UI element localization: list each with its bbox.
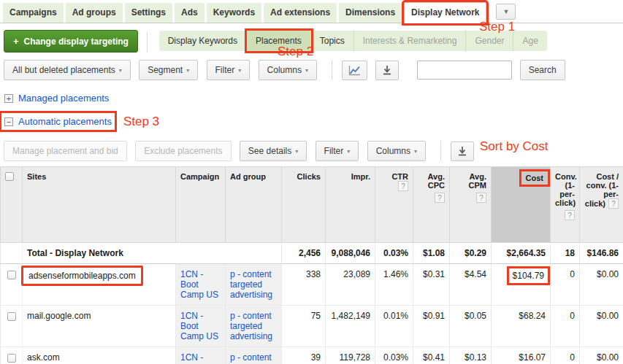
total-avg-cpm: $0.29 bbox=[450, 243, 492, 264]
row-checkbox[interactable] bbox=[7, 312, 16, 321]
segment-dropdown[interactable]: Segment▾ bbox=[139, 60, 198, 80]
ad-group-link[interactable]: p - content targeted advertising bbox=[226, 347, 282, 364]
table-header-row: Sites Campaign Ad group Clicks Impr. CTR… bbox=[1, 167, 623, 243]
tab-ad-groups[interactable]: Ad groups bbox=[66, 3, 123, 23]
chevron-down-icon: ▾ bbox=[305, 67, 308, 74]
col-header-sites[interactable]: Sites bbox=[23, 167, 176, 243]
campaign-link[interactable]: 1CN - Boot Camp US bbox=[176, 264, 226, 306]
total-cost-conv: $146.86 bbox=[580, 243, 623, 264]
cell-cost-conv: $0.00 bbox=[580, 264, 623, 306]
cell-avg-cpm: $0.13 bbox=[450, 347, 492, 364]
col-header-ctr[interactable]: CTR? bbox=[375, 167, 413, 243]
download-button[interactable] bbox=[375, 61, 399, 80]
col-header-cost-conv[interactable]: Cost / conv. (1-per-click)? bbox=[580, 167, 623, 243]
cell-ctr: 0.01% bbox=[375, 306, 413, 347]
tab-keywords[interactable]: Keywords bbox=[207, 3, 261, 23]
site-cell: ask.com bbox=[23, 347, 176, 364]
annotation-step2: Step 2 bbox=[278, 44, 313, 59]
managed-placements-toggle[interactable]: +Managed placements bbox=[4, 93, 109, 104]
tab-ads[interactable]: Ads bbox=[175, 3, 205, 23]
site-highlight: adsenseformobileapps.com bbox=[21, 266, 143, 286]
divider bbox=[440, 141, 441, 161]
main-tab-bar: CampaignsAd groupsSettingsAdsKeywordsAd … bbox=[0, 0, 623, 23]
see-details-dropdown[interactable]: See details▾ bbox=[240, 141, 307, 161]
col-header-ad-group[interactable]: Ad group bbox=[226, 167, 282, 243]
annotation-sort-by-cost: Sort by Cost bbox=[480, 139, 549, 154]
cell-conv: 0 bbox=[551, 264, 580, 306]
row-checkbox-cell bbox=[1, 264, 23, 306]
row-checkbox-cell bbox=[1, 306, 23, 347]
filter-dropdown[interactable]: Filter▾ bbox=[207, 60, 251, 80]
tabs-overflow-button[interactable]: ▼ bbox=[496, 4, 516, 20]
collapse-icon[interactable]: − bbox=[4, 117, 13, 126]
cell-ctr: 0.03% bbox=[375, 347, 413, 364]
help-icon[interactable]: ? bbox=[435, 193, 445, 203]
ad-group-link[interactable]: p - content targeted advertising bbox=[226, 306, 282, 347]
automatic-placements-toggle[interactable]: −Automatic placements bbox=[4, 116, 112, 127]
subtab-age: Age bbox=[513, 31, 546, 51]
chevron-down-icon: ▾ bbox=[295, 148, 298, 155]
tab-ad-extensions[interactable]: Ad extensions bbox=[264, 3, 337, 23]
cell-clicks: 338 bbox=[282, 264, 326, 306]
chevron-down-icon: ▼ bbox=[503, 8, 510, 15]
search-button-label: Search bbox=[529, 65, 557, 75]
help-icon[interactable]: ? bbox=[608, 198, 619, 209]
select-all-cell bbox=[1, 167, 23, 243]
placements-table: Sites Campaign Ad group Clicks Impr. CTR… bbox=[0, 166, 623, 364]
segment-label: Segment bbox=[148, 65, 183, 75]
tab-settings[interactable]: Settings bbox=[125, 3, 172, 23]
campaign-link[interactable]: 1CN - Boot Camp US bbox=[176, 306, 226, 347]
col-header-conv[interactable]: Conv. (1-per-click)? bbox=[551, 167, 580, 243]
columns-dropdown[interactable]: Columns▾ bbox=[259, 60, 317, 80]
row-checkbox[interactable] bbox=[7, 271, 16, 279]
col-header-avg-cpm[interactable]: Avg. CPM? bbox=[450, 167, 492, 243]
tab-display-network[interactable]: Display Network bbox=[404, 2, 486, 23]
chart-icon bbox=[348, 65, 361, 76]
total-row: Total - Display Network 2,456 9,088,046 … bbox=[1, 243, 623, 264]
cell-ctr: 1.46% bbox=[375, 264, 413, 306]
columns-label: Columns bbox=[376, 146, 410, 156]
view-filter-label: All but deleted placements bbox=[12, 65, 115, 75]
chart-button[interactable] bbox=[342, 61, 367, 80]
subtab-interests-remarketing: Interests & Remarketing bbox=[354, 31, 467, 51]
cost-value-highlight: $104.79 bbox=[507, 266, 550, 285]
help-icon[interactable]: ? bbox=[476, 193, 486, 203]
search-button[interactable]: Search bbox=[520, 60, 565, 80]
view-filter-dropdown[interactable]: All but deleted placements▾ bbox=[4, 60, 131, 80]
manage-placement-bid-button: Manage placement and bid bbox=[4, 141, 127, 161]
row-checkbox[interactable] bbox=[7, 354, 16, 363]
cell-avg-cpc: $0.91 bbox=[413, 306, 450, 347]
cell-clicks: 39 bbox=[282, 347, 326, 364]
table-row: adsenseformobileapps.com 1CN - Boot Camp… bbox=[1, 264, 623, 306]
cell-cost: $104.79 bbox=[492, 264, 551, 306]
cell-avg-cpm: $4.54 bbox=[450, 264, 492, 306]
filter-dropdown-table[interactable]: Filter▾ bbox=[316, 141, 359, 161]
chevron-down-icon: ▾ bbox=[186, 67, 189, 74]
col-header-cost[interactable]: Cost bbox=[492, 167, 551, 243]
columns-dropdown-table[interactable]: Columns▾ bbox=[367, 141, 426, 161]
search-input[interactable] bbox=[417, 61, 512, 80]
download-button-table[interactable] bbox=[451, 142, 474, 161]
col-header-avg-cpc[interactable]: Avg. CPC? bbox=[413, 167, 450, 243]
chevron-down-icon: ▾ bbox=[119, 67, 122, 74]
total-conv: 18 bbox=[551, 243, 580, 264]
subtab-display-keywords[interactable]: Display Keywords bbox=[159, 31, 247, 51]
select-all-checkbox[interactable] bbox=[5, 172, 14, 181]
expand-icon[interactable]: + bbox=[4, 94, 13, 103]
download-icon bbox=[382, 65, 392, 76]
col-header-impr[interactable]: Impr. bbox=[326, 167, 375, 243]
campaign-link[interactable]: 1CN - Boot Camp US bbox=[176, 347, 226, 364]
help-icon[interactable]: ? bbox=[565, 210, 575, 220]
change-display-targeting-button[interactable]: +Change display targeting bbox=[4, 30, 138, 53]
col-header-clicks[interactable]: Clicks bbox=[282, 167, 326, 243]
annotation-step3: Step 3 bbox=[123, 115, 159, 128]
tab-dimensions[interactable]: Dimensions bbox=[339, 3, 402, 23]
subtab-topics[interactable]: Topics bbox=[311, 31, 354, 51]
help-icon[interactable]: ? bbox=[398, 181, 408, 191]
managed-placements-link[interactable]: Managed placements bbox=[18, 93, 109, 104]
ad-group-link[interactable]: p - content targeted advertising bbox=[226, 264, 282, 306]
automatic-placements-link[interactable]: Automatic placements bbox=[18, 116, 112, 127]
site-cell: mail.google.com bbox=[23, 306, 176, 347]
col-header-campaign[interactable]: Campaign bbox=[176, 167, 226, 243]
tab-campaigns[interactable]: Campaigns bbox=[3, 3, 64, 23]
